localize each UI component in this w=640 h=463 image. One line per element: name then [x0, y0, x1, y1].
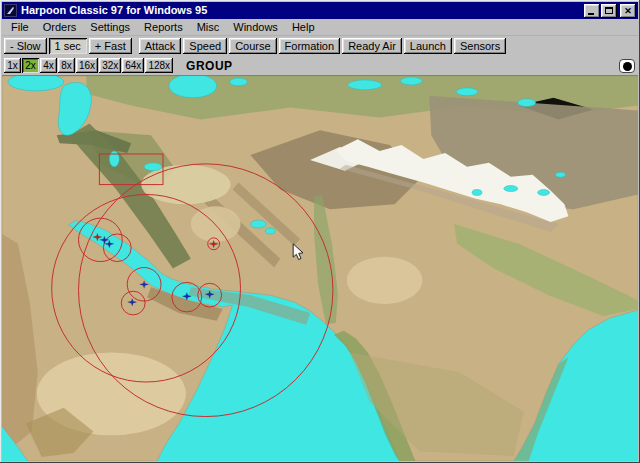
lake-lop-nur: [518, 99, 536, 107]
thar-desert: [347, 257, 423, 304]
slow-button[interactable]: - Slow: [4, 38, 47, 54]
tibet-lake-1: [504, 186, 518, 192]
zoom-32x-button[interactable]: 32x: [99, 58, 121, 73]
tibet-lake-2: [538, 190, 550, 196]
formation-button[interactable]: Formation: [279, 38, 341, 54]
window-title: Harpoon Classic 97 for Windows 95: [21, 3, 584, 18]
menu-windows[interactable]: Windows: [226, 19, 285, 36]
tibet-lake-4: [556, 172, 566, 177]
toolbar: - Slow 1 sec + Fast Attack Speed Course …: [2, 36, 638, 56]
speed-button[interactable]: Speed: [183, 38, 227, 54]
zoom-8x-button[interactable]: 8x: [58, 58, 75, 73]
helmand-lakes-1: [250, 220, 266, 228]
moon-phase-icon: [623, 62, 632, 71]
app-window: Harpoon Classic 97 for Windows 95 ✕ File…: [0, 0, 640, 463]
attack-button[interactable]: Attack: [139, 38, 182, 54]
zoom-4x-button[interactable]: 4x: [40, 58, 57, 73]
zoom-16x-button[interactable]: 16x: [76, 58, 98, 73]
course-button[interactable]: Course: [229, 38, 276, 54]
zoom-64x-button[interactable]: 64x: [122, 58, 144, 73]
menu-orders[interactable]: Orders: [36, 19, 84, 36]
aral-sea: [169, 76, 217, 98]
menu-help[interactable]: Help: [285, 19, 322, 36]
tibet-lake-3: [472, 190, 482, 196]
zoom-2x-button[interactable]: 2x: [22, 58, 39, 73]
zoom-1x-button[interactable]: 1x: [4, 58, 21, 73]
maximize-icon: [605, 7, 613, 14]
minimize-button[interactable]: [584, 4, 600, 18]
zoom-bar: 1x 2x 4x 8x 16x 32x 64x 128x GROUP: [2, 56, 638, 76]
zoom-128x-button[interactable]: 128x: [145, 58, 173, 73]
ready-air-button[interactable]: Ready Air: [342, 38, 402, 54]
day-night-indicator: [619, 59, 635, 73]
lake-namak: [144, 163, 162, 171]
menu-settings[interactable]: Settings: [83, 19, 137, 36]
menu-file[interactable]: File: [4, 19, 36, 36]
lake-zaysan: [400, 77, 422, 85]
close-icon: ✕: [624, 6, 632, 16]
map-terrain: [2, 76, 638, 461]
lake-balkhash: [348, 80, 382, 90]
title-bar: Harpoon Classic 97 for Windows 95 ✕: [2, 2, 638, 19]
maximize-button[interactable]: [601, 4, 617, 18]
menu-bar: File Orders Settings Reports Misc Window…: [2, 19, 638, 36]
sensors-button[interactable]: Sensors: [454, 38, 506, 54]
window-controls: ✕: [584, 4, 636, 18]
minimize-icon: [588, 13, 594, 15]
app-icon[interactable]: [4, 4, 17, 17]
close-button[interactable]: ✕: [620, 4, 636, 18]
lake-urmia: [109, 151, 119, 167]
launch-button[interactable]: Launch: [404, 38, 452, 54]
time-step-button[interactable]: 1 sec: [49, 38, 87, 54]
fast-button[interactable]: + Fast: [89, 38, 132, 54]
map-view[interactable]: [2, 76, 638, 461]
menu-misc[interactable]: Misc: [190, 19, 227, 36]
menu-reports[interactable]: Reports: [137, 19, 190, 36]
helmand-lakes-2: [265, 228, 275, 234]
lake-issyk-kul: [456, 88, 478, 96]
group-mode-label: GROUP: [186, 59, 233, 73]
lake-sarykamysh: [230, 78, 248, 86]
dasht-e-lut: [191, 206, 241, 242]
harpoon-logo-icon: [6, 6, 15, 15]
